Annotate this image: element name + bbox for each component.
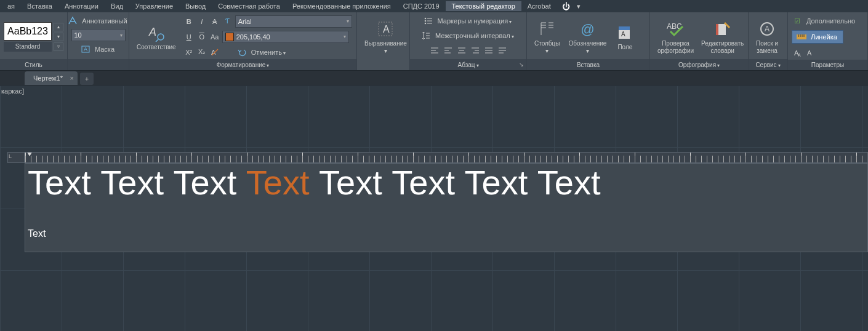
menu-item[interactable]: Управление [129, 1, 179, 11]
spellcheck-button[interactable]: ABC Проверка орфографии [654, 15, 697, 59]
style-preview[interactable]: AaBb123 [4, 22, 52, 41]
clear-format-button[interactable]: A [209, 47, 220, 58]
toggle-icon[interactable]: ⏻ [562, 2, 571, 11]
svg-text:A: A [765, 25, 770, 33]
add-tab-button[interactable]: + [80, 73, 94, 85]
case-button[interactable]: Aa [209, 31, 220, 42]
font-prefix-icon: Ƭ [222, 16, 233, 27]
align-center-button[interactable] [456, 45, 467, 56]
svg-rect-52 [797, 34, 806, 39]
undo-icon[interactable] [236, 47, 247, 58]
more-a-icon[interactable]: AA [792, 47, 803, 58]
panel-params: ☑ Дополнительно Линейка AA A Параметры [788, 12, 868, 70]
underline-button[interactable]: U [183, 31, 195, 42]
drawing-canvas[interactable]: каркас] L Text Text Text Text Text Text … [0, 86, 868, 331]
columns-button[interactable]: Столбцы▾ [531, 15, 564, 59]
line-spacing-icon[interactable] [420, 30, 432, 41]
panel-paragraph: Маркеры и нумерация Межстрочный интервал… [410, 12, 527, 70]
more-b-icon[interactable]: A [805, 47, 816, 58]
color-input[interactable]: 205,105,40 ▾ [222, 31, 349, 43]
menu-item[interactable]: Acrobat [521, 1, 557, 11]
panel-title[interactable]: Форматирование [217, 62, 270, 68]
bullets-icon[interactable] [423, 15, 434, 26]
panel-style: AaBb123 Standard ▴ ▾ ▿ Стиль [0, 12, 68, 70]
panel-align: A Выравнивание▾ . [357, 12, 410, 70]
symbol-button[interactable]: @ Обозначение▾ [565, 15, 611, 59]
italic-button[interactable]: I [196, 16, 207, 27]
text-box[interactable]: Text Text Text Text Text Text Text Text … [25, 163, 868, 252]
align-justify-button[interactable] [483, 45, 494, 56]
panel-title[interactable]: Орфография [678, 62, 720, 68]
menu-item[interactable]: ая [1, 1, 21, 11]
align-left-button[interactable] [443, 45, 454, 56]
bold-button[interactable]: B [183, 16, 195, 27]
undo-button[interactable]: Отменить [249, 49, 288, 56]
subscript-button[interactable]: X² [183, 47, 195, 58]
svg-rect-49 [718, 24, 726, 35]
annotative-icon[interactable] [67, 15, 78, 26]
menu-item[interactable]: Вставка [21, 1, 58, 11]
style-down-button[interactable]: ▾ [54, 33, 63, 41]
menu-item-active[interactable]: Текстовый редактор [446, 1, 521, 11]
menu-item[interactable]: Аннотации [58, 1, 105, 11]
annotative-label[interactable]: Аннотативный [80, 17, 129, 25]
style-expand-button[interactable]: ▿ [54, 42, 63, 51]
indent-marker[interactable] [26, 152, 33, 156]
document-tab[interactable]: Чертеж1* × [25, 71, 78, 85]
svg-line-4 [156, 39, 158, 42]
checkbox-icon[interactable]: ☑ [792, 15, 803, 26]
menu-dropdown[interactable]: ▾ [571, 1, 587, 12]
ruler-corner: L [7, 152, 25, 163]
dropdown-icon[interactable]: ▾ [120, 33, 123, 38]
extras-checkbox-label[interactable]: Дополнительно [805, 17, 857, 25]
font-name-input[interactable]: Arial▾ [235, 15, 352, 28]
view-status: каркас] [1, 87, 24, 95]
panel-insert: Столбцы▾ @ Обозначение▾ A Поле Вставка [527, 12, 650, 70]
text-line-1[interactable]: Text Text Text Text Text Text Text Text [28, 165, 865, 201]
svg-text:A: A [798, 53, 801, 57]
field-button[interactable]: A Поле [611, 15, 638, 59]
font-size-input[interactable]: 10▾ [71, 29, 126, 41]
align-distribute-button[interactable] [497, 45, 508, 56]
panel-title[interactable]: Сервис [755, 62, 780, 68]
mask-icon[interactable]: A [80, 44, 91, 55]
menu-item[interactable]: Вид [105, 1, 129, 11]
match-button[interactable]: A Соответствие [133, 15, 180, 59]
text-line-2[interactable]: Text [28, 228, 865, 239]
panel-title: Стиль [0, 59, 67, 70]
close-icon[interactable]: × [70, 74, 74, 82]
bullets-button[interactable]: Маркеры и нумерация [436, 17, 514, 25]
panel-title[interactable]: Абзац [457, 62, 478, 68]
panel-format-b: A Соответствие B I A Ƭ Arial▾ U O Aa [129, 12, 357, 70]
dropdown-icon[interactable]: ▾ [347, 18, 349, 24]
svg-text:A: A [148, 26, 156, 38]
align-default-button[interactable] [429, 45, 440, 56]
panel-spelling: ABC Проверка орфографии Редактировать сл… [650, 12, 749, 70]
menu-item[interactable]: СПДС 2019 [397, 1, 446, 11]
svg-text:A: A [807, 49, 812, 57]
svg-point-13 [424, 23, 426, 25]
edit-dict-button[interactable]: Редактировать словари [697, 15, 747, 59]
dropdown-icon[interactable]: ▾ [344, 34, 346, 39]
style-up-button[interactable]: ▴ [54, 23, 63, 31]
find-replace-button[interactable]: A Поиск и замена [752, 15, 782, 59]
overline-button[interactable]: O [196, 31, 207, 42]
menu-item[interactable]: Вывод [179, 1, 212, 11]
svg-text:@: @ [581, 22, 594, 37]
svg-rect-45 [619, 26, 630, 30]
align-right-button[interactable] [470, 45, 481, 56]
ruler-button[interactable]: Линейка [809, 33, 839, 41]
ribbon: AaBb123 Standard ▴ ▾ ▿ Стиль Аннотативны… [0, 12, 868, 71]
mask-label[interactable]: Маска [93, 46, 116, 53]
color-swatch [225, 33, 234, 41]
align-button[interactable]: A Выравнивание▾ [361, 15, 411, 59]
panel-title: Параметры [788, 60, 867, 70]
strike-button[interactable]: A [209, 16, 220, 27]
svg-text:A: A [621, 31, 625, 38]
style-name: Standard [4, 42, 52, 52]
superscript-button[interactable]: X₂ [196, 47, 207, 58]
ruler[interactable] [25, 152, 868, 163]
line-spacing-button[interactable]: Межстрочный интервал [433, 32, 516, 39]
menu-item[interactable]: Совместная работа [212, 1, 286, 11]
menu-item[interactable]: Рекомендованные приложения [286, 1, 397, 11]
